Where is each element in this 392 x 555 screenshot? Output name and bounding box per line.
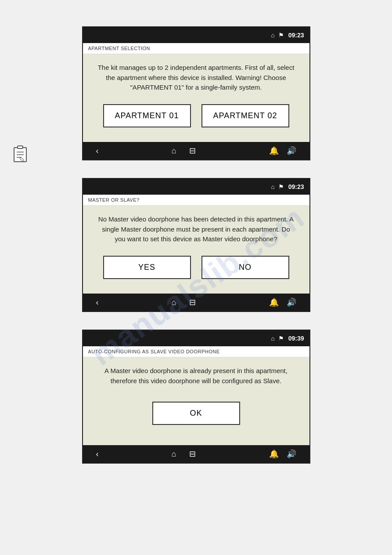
- buttons-row-1: APARTMENT 01 APARTMENT 02: [94, 104, 299, 127]
- status-time-2: 09:23: [288, 183, 304, 190]
- nav-bar-2: ‹ ⌂ ⊟ 🔔 🔊: [83, 294, 309, 311]
- clipboard-icon: [12, 145, 28, 164]
- panel-auto-slave: ⌂ ⚑ 09:39 AUTO-CONFIGURING AS SLAVE VIDE…: [82, 330, 310, 464]
- home-status-icon-1: ⌂: [271, 32, 274, 39]
- status-icons-1: ⌂ ⚑: [271, 32, 284, 39]
- buttons-row-2: YES NO: [94, 256, 299, 279]
- status-bar-3: ⌂ ⚑ 09:39: [83, 330, 309, 346]
- screen-title-2: MASTER OR SLAVE?: [83, 195, 309, 206]
- content-text-3: A Master video doorphone is already pres…: [94, 366, 299, 386]
- yes-button[interactable]: YES: [103, 256, 191, 279]
- bell-nav-icon-2[interactable]: 🔔: [269, 297, 279, 307]
- back-nav-icon-3[interactable]: ‹: [96, 450, 99, 459]
- panel-apartment-selection: ⌂ ⚑ 09:23 APARTMENT SELECTION The kit ma…: [82, 26, 310, 160]
- home-nav-icon-3[interactable]: ⌂: [172, 450, 176, 459]
- svg-rect-1: [18, 146, 23, 149]
- nav-right-icons-2: 🔔 🔊: [269, 297, 296, 307]
- status-icons-3: ⌂ ⚑: [271, 335, 284, 342]
- flag-status-icon-2: ⚑: [278, 183, 284, 190]
- content-text-2: No Master video doorphone has been detec…: [94, 214, 299, 244]
- status-time-1: 09:23: [288, 32, 304, 39]
- flag-status-icon-1: ⚑: [278, 32, 284, 39]
- status-icons-2: ⌂ ⚑: [271, 183, 284, 190]
- home-nav-icon-2[interactable]: ⌂: [172, 298, 176, 307]
- apartment-01-button[interactable]: APARTMENT 01: [103, 104, 191, 127]
- nav-center-icons-3: ⌂ ⊟: [172, 449, 196, 459]
- nav-right-icons-1: 🔔 🔊: [269, 146, 296, 156]
- back-nav-icon-1[interactable]: ‹: [96, 146, 99, 156]
- nav-bar-1: ‹ ⌂ ⊟ 🔔 🔊: [83, 142, 309, 160]
- bell-nav-icon-3[interactable]: 🔔: [269, 449, 279, 459]
- flag-status-icon-3: ⚑: [278, 335, 284, 342]
- content-area-3: A Master video doorphone is already pres…: [83, 357, 309, 445]
- screen-title-1: APARTMENT SELECTION: [83, 43, 309, 54]
- menu-nav-icon-3[interactable]: ⊟: [189, 449, 196, 459]
- status-bar-2: ⌂ ⚑ 09:23: [83, 179, 309, 195]
- content-text-1: The kit manages up to 2 independent apar…: [94, 63, 299, 93]
- volume-nav-icon-3[interactable]: 🔊: [287, 449, 296, 459]
- home-status-icon-2: ⌂: [271, 183, 274, 190]
- status-time-3: 09:39: [288, 335, 304, 342]
- status-bar-1: ⌂ ⚑ 09:23: [83, 27, 309, 43]
- page-wrapper: manualslib.com ⌂ ⚑ 09:23 APARTMENT SELEC…: [0, 0, 392, 490]
- volume-nav-icon-2[interactable]: 🔊: [287, 297, 296, 307]
- menu-nav-icon-1[interactable]: ⊟: [189, 146, 196, 156]
- no-button[interactable]: NO: [201, 256, 289, 279]
- screen-title-3: AUTO-CONFIGURING AS SLAVE VIDEO DOORPHON…: [83, 346, 309, 357]
- panel-master-slave: ⌂ ⚑ 09:23 MASTER OR SLAVE? No Master vid…: [82, 178, 310, 312]
- menu-nav-icon-2[interactable]: ⊟: [189, 297, 196, 307]
- bell-nav-icon-1[interactable]: 🔔: [269, 146, 279, 156]
- apartment-02-button[interactable]: APARTMENT 02: [201, 104, 289, 127]
- content-area-2: No Master video doorphone has been detec…: [83, 206, 309, 294]
- ok-button[interactable]: OK: [152, 402, 240, 425]
- nav-bar-3: ‹ ⌂ ⊟ 🔔 🔊: [83, 445, 309, 463]
- nav-center-icons-1: ⌂ ⊟: [172, 146, 196, 156]
- home-nav-icon-1[interactable]: ⌂: [172, 146, 176, 156]
- back-nav-icon-2[interactable]: ‹: [96, 298, 99, 307]
- home-status-icon-3: ⌂: [271, 335, 274, 342]
- nav-right-icons-3: 🔔 🔊: [269, 449, 296, 459]
- volume-nav-icon-1[interactable]: 🔊: [287, 146, 296, 156]
- nav-center-icons-2: ⌂ ⊟: [172, 297, 196, 307]
- content-area-1: The kit manages up to 2 independent apar…: [83, 54, 309, 142]
